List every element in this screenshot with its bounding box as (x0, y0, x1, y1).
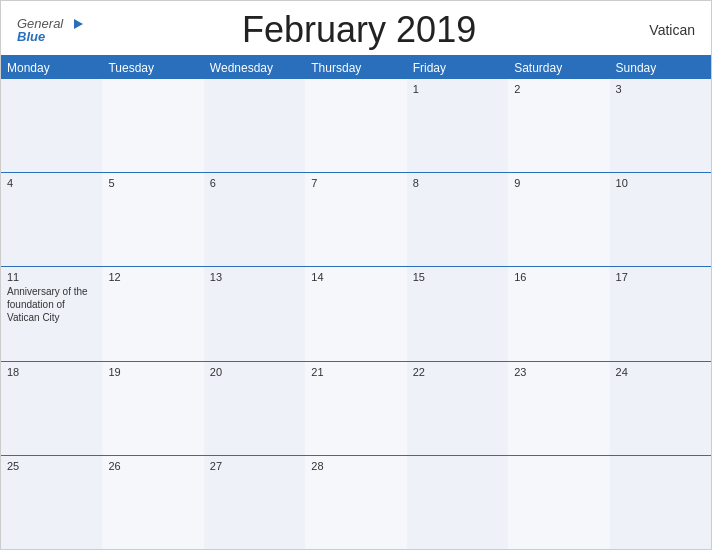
logo-blue-text: Blue (17, 30, 45, 43)
day-number: 24 (616, 366, 705, 378)
week-row-2: 11Anniversary of the foundation of Vatic… (1, 267, 711, 361)
day-cell: 3 (610, 79, 711, 172)
day-cell (305, 79, 406, 172)
day-cell: 25 (1, 456, 102, 549)
week-row-0: 123 (1, 79, 711, 173)
month-title: February 2019 (83, 9, 635, 51)
calendar-grid: MondayTuesdayWednesdayThursdayFridaySatu… (1, 55, 711, 549)
country-label: Vatican (635, 22, 695, 38)
day-number: 25 (7, 460, 96, 472)
day-number: 12 (108, 271, 197, 283)
day-number: 6 (210, 177, 299, 189)
day-number: 7 (311, 177, 400, 189)
day-cell: 24 (610, 362, 711, 455)
day-cell: 1 (407, 79, 508, 172)
day-number: 27 (210, 460, 299, 472)
day-cell (1, 79, 102, 172)
week-row-3: 18192021222324 (1, 362, 711, 456)
day-cell (407, 456, 508, 549)
logo-flag-icon (65, 18, 83, 30)
day-number: 13 (210, 271, 299, 283)
day-cell: 12 (102, 267, 203, 360)
day-cell: 21 (305, 362, 406, 455)
day-number: 23 (514, 366, 603, 378)
week-row-4: 25262728 (1, 456, 711, 549)
day-cell: 19 (102, 362, 203, 455)
day-number: 3 (616, 83, 705, 95)
day-number: 17 (616, 271, 705, 283)
day-headers-row: MondayTuesdayWednesdayThursdayFridaySatu… (1, 57, 711, 79)
day-cell: 6 (204, 173, 305, 266)
day-header-wednesday: Wednesday (204, 57, 305, 79)
day-number: 18 (7, 366, 96, 378)
day-cell: 20 (204, 362, 305, 455)
day-cell: 26 (102, 456, 203, 549)
day-cell: 5 (102, 173, 203, 266)
day-cell: 22 (407, 362, 508, 455)
day-number: 5 (108, 177, 197, 189)
day-cell (508, 456, 609, 549)
day-number: 22 (413, 366, 502, 378)
day-cell (204, 79, 305, 172)
day-cell: 18 (1, 362, 102, 455)
day-cell: 10 (610, 173, 711, 266)
day-number: 11 (7, 271, 96, 283)
day-header-tuesday: Tuesday (102, 57, 203, 79)
day-header-friday: Friday (407, 57, 508, 79)
day-number: 8 (413, 177, 502, 189)
calendar-header: General Blue February 2019 Vatican (1, 1, 711, 55)
day-cell: 2 (508, 79, 609, 172)
day-header-sunday: Sunday (610, 57, 711, 79)
day-cell: 23 (508, 362, 609, 455)
day-cell: 28 (305, 456, 406, 549)
day-cell: 4 (1, 173, 102, 266)
day-number: 28 (311, 460, 400, 472)
day-number: 10 (616, 177, 705, 189)
day-cell: 17 (610, 267, 711, 360)
day-cell: 15 (407, 267, 508, 360)
day-cell: 27 (204, 456, 305, 549)
day-cell: 14 (305, 267, 406, 360)
day-header-saturday: Saturday (508, 57, 609, 79)
day-number: 14 (311, 271, 400, 283)
weeks-container: 1234567891011Anniversary of the foundati… (1, 79, 711, 549)
logo: General Blue (17, 17, 83, 43)
day-event: Anniversary of the foundation of Vatican… (7, 286, 88, 323)
day-cell: 9 (508, 173, 609, 266)
day-number: 19 (108, 366, 197, 378)
calendar-container: General Blue February 2019 Vatican Monda… (0, 0, 712, 550)
week-row-1: 45678910 (1, 173, 711, 267)
day-number: 1 (413, 83, 502, 95)
day-cell: 11Anniversary of the foundation of Vatic… (1, 267, 102, 360)
day-number: 2 (514, 83, 603, 95)
day-header-thursday: Thursday (305, 57, 406, 79)
day-number: 20 (210, 366, 299, 378)
day-cell (102, 79, 203, 172)
day-number: 15 (413, 271, 502, 283)
day-cell: 7 (305, 173, 406, 266)
day-number: 21 (311, 366, 400, 378)
day-number: 26 (108, 460, 197, 472)
day-number: 9 (514, 177, 603, 189)
day-number: 16 (514, 271, 603, 283)
day-cell: 16 (508, 267, 609, 360)
day-cell (610, 456, 711, 549)
day-cell: 8 (407, 173, 508, 266)
day-number: 4 (7, 177, 96, 189)
day-cell: 13 (204, 267, 305, 360)
day-header-monday: Monday (1, 57, 102, 79)
